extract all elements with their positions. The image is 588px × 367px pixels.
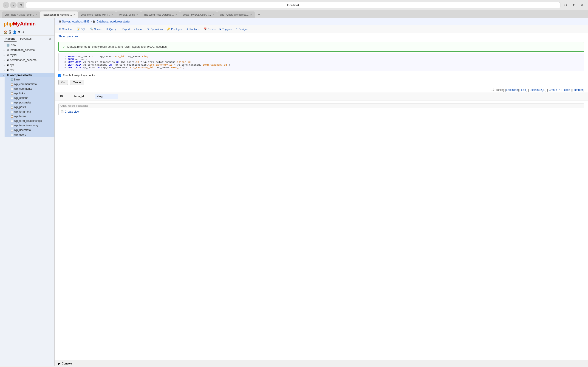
tree-sub-postmeta-label[interactable]: 📋 wp_postmeta	[5, 100, 54, 105]
tree-sub-users-label[interactable]: 📋 wp_users	[5, 133, 54, 137]
tree-item-test-label[interactable]: ▷ 🗄 test	[0, 68, 54, 72]
tree-sub-wp-term-taxonomy[interactable]: 📋 wp_term_taxonomy	[5, 123, 54, 128]
tab-posts-query[interactable]: posts - MySQL Query t… ✕	[180, 11, 217, 18]
tree-sub-new-label[interactable]: 🆕 New	[5, 77, 54, 82]
tab-close-icon[interactable]: ✕	[73, 14, 75, 16]
tab-wordpress-db[interactable]: The WordPress Databas… ✕	[141, 11, 180, 18]
tree-item-perf-label[interactable]: ▷ 🗄 performance_schema	[0, 58, 54, 62]
tree-item-info-label[interactable]: ▷ 🗄 information_schema	[0, 48, 54, 52]
db-link[interactable]: Database: wordpressstarter	[96, 20, 130, 23]
tree-item-test[interactable]: ▷ 🗄 test	[0, 68, 54, 73]
tree-item-sys-label[interactable]: ▷ 🗄 sys	[0, 63, 54, 67]
forward-button[interactable]: ›	[10, 2, 17, 8]
back-button[interactable]: ‹	[3, 2, 9, 8]
tree-sub-options-label[interactable]: 📋 wp_options	[5, 96, 54, 100]
tree-sub-wp-terms[interactable]: 📋 wp_terms	[5, 114, 54, 119]
tab-edit-photo[interactable]: Edit Photo ‹ Maya Temp… ✕	[2, 11, 40, 18]
tree-item-information-schema[interactable]: ▷ 🗄 information_schema	[0, 48, 54, 52]
tab-mysql-joins[interactable]: MySQL: Joins ✕	[116, 11, 141, 18]
show-query-link[interactable]: Show query box	[58, 35, 78, 38]
tab-php-query[interactable]: php - Query Wordpress… ✕	[217, 11, 255, 18]
tree-sub-new[interactable]: 🆕 New	[5, 77, 54, 82]
tab-close-icon[interactable]: ✕	[250, 14, 252, 16]
tree-sub-wp-options[interactable]: 📋 wp_options	[5, 96, 54, 100]
new-tab-button[interactable]: ⧉	[579, 2, 585, 8]
sidebar-toggle-button[interactable]: ⊡	[17, 2, 24, 8]
edit-link[interactable]: Edit	[521, 88, 526, 92]
user-icon[interactable]: 👤	[13, 30, 17, 34]
tab-close-icon[interactable]: ✕	[175, 14, 177, 16]
tree-sub-wp-usermeta[interactable]: 📋 wp_usermeta	[5, 128, 54, 132]
reload-button[interactable]: ↺	[562, 2, 569, 8]
create-php-link[interactable]: Create PHP code	[549, 88, 570, 92]
toolbar-privileges[interactable]: 🔑 Privileges	[165, 27, 184, 31]
tree-sub-wp-termmeta[interactable]: 📋 wp_termmeta	[5, 109, 54, 114]
toolbar-export[interactable]: ↑ Export	[118, 27, 131, 31]
explain-sql-link[interactable]: Explain SQL	[530, 88, 545, 92]
toolbar-search[interactable]: 🔍 Search	[88, 27, 104, 31]
tree-sub-wp-links[interactable]: 📋 wp_links	[5, 91, 54, 96]
tree-sub-commentmeta-label[interactable]: 📋 wp_commentmeta	[5, 82, 54, 86]
tree-item-mysql[interactable]: ▷ 🗄 mysql	[0, 52, 54, 58]
toolbar-operations[interactable]: ⚙ Operations	[145, 27, 165, 31]
tree-sub-usermeta-label[interactable]: 📋 wp_usermeta	[5, 128, 54, 132]
tree-sub-wp-users[interactable]: 📋 wp_users	[5, 132, 54, 137]
tree-sub-wp-term-relationships[interactable]: 📋 wp_term_relationships	[5, 119, 54, 123]
sync-icon[interactable]: ↺	[21, 30, 24, 34]
tree-sub-term-tax-label[interactable]: 📋 wp_term_taxonomy	[5, 123, 54, 127]
server-link[interactable]: Server: localhost:8889	[62, 20, 89, 23]
tree-item-perf-schema[interactable]: ▷ 🗄 performance_schema	[0, 58, 54, 63]
tab-close-icon[interactable]: ✕	[35, 14, 37, 16]
tree-item-new-root-label[interactable]: 🆕 New	[0, 43, 54, 47]
home-icon[interactable]: 🏠	[4, 30, 8, 34]
toolbar-triggers[interactable]: ▶ Triggers	[218, 27, 233, 31]
profiling-checkbox[interactable]	[491, 88, 494, 91]
create-view-link[interactable]: 📋 Create view	[61, 110, 582, 113]
tree-item-new-root[interactable]: 🆕 New	[0, 42, 54, 48]
share-button[interactable]: ⬆	[571, 2, 577, 8]
toolbar-sql[interactable]: 📝 SQL	[75, 27, 88, 31]
toolbar-routines[interactable]: ♻ Routines	[184, 27, 201, 31]
recent-tab[interactable]: Recent	[4, 36, 17, 42]
tree-sub-posts-label[interactable]: 📋 wp_posts	[5, 105, 54, 109]
tree-sub-terms-label[interactable]: 📋 wp_terms	[5, 114, 54, 118]
tree-sub-wp-postmeta[interactable]: 📋 wp_postmeta	[5, 100, 54, 105]
profiling-row: Profiling [Edit inline] [ Edit ] [ Expla…	[55, 87, 588, 92]
tab-close-icon[interactable]: ✕	[136, 14, 138, 16]
tab-close-icon[interactable]: ✕	[111, 14, 113, 16]
refresh-link[interactable]: Refresh	[574, 88, 584, 92]
db-icon[interactable]: 🗄	[9, 30, 12, 34]
tab-load-more[interactable]: Load more results with j… ✕	[78, 11, 116, 18]
tree-item-wordpressstarter[interactable]: ▼ 🗄 wordpressstarter 🆕 New	[0, 73, 54, 137]
tab-close-icon[interactable]: ✕	[212, 14, 214, 16]
url-bar[interactable]: localhost	[26, 2, 561, 8]
tree-item-wp-label[interactable]: ▼ 🗄 wordpressstarter	[0, 73, 54, 77]
tree-sub-comments-label[interactable]: 📋 wp_comments	[5, 87, 54, 91]
tab-label: php - Query Wordpress…	[220, 13, 249, 16]
go-button[interactable]: Go	[58, 80, 68, 85]
settings-icon[interactable]: ⚙	[17, 30, 20, 34]
breadcrumb-sep1: »	[90, 20, 92, 23]
cancel-button[interactable]: Cancel	[70, 80, 84, 85]
tree-sub-term-rel-label[interactable]: 📋 wp_term_relationships	[5, 119, 54, 123]
tree-sub-wp-posts[interactable]: 📋 wp_posts	[5, 105, 54, 109]
toolbar-events[interactable]: 📅 Events	[202, 27, 217, 31]
tree-item-mysql-label[interactable]: ▷ 🗄 mysql	[0, 53, 54, 57]
tab-localhost[interactable]: localhost:8888 / localho… ✕	[40, 11, 78, 18]
edit-inline-link[interactable]: Edit inline	[506, 88, 518, 92]
sql-block: 1 SELECT wp_posts.ID , wp_terms.term_id …	[58, 53, 584, 71]
tree-sub-wp-commentmeta[interactable]: 📋 wp_commentmeta	[5, 82, 54, 86]
toolbar-query[interactable]: ⊕ Query	[104, 27, 118, 31]
tree-sub-termmeta-label[interactable]: 📋 wp_termmeta	[5, 110, 54, 114]
tree-item-sys[interactable]: ▷ 🗄 sys	[0, 63, 54, 68]
toolbar-import[interactable]: ↓ Import	[132, 27, 145, 31]
toolbar-designer[interactable]: ✏ Designer	[234, 27, 251, 31]
favorites-tab[interactable]: Favorites	[18, 36, 33, 42]
new-tab-plus-button[interactable]: +	[256, 11, 262, 18]
tree-sub-wp-comments[interactable]: 📋 wp_comments	[5, 86, 54, 91]
console-bar[interactable]: ▶ Console	[55, 360, 588, 366]
tree-sub-links-label[interactable]: 📋 wp_links	[5, 91, 54, 95]
collapse-sidebar-icon[interactable]: ⇄	[49, 38, 51, 41]
toolbar-structure[interactable]: ⊞ Structure	[57, 27, 74, 31]
foreign-key-checkbox[interactable]	[58, 74, 61, 77]
